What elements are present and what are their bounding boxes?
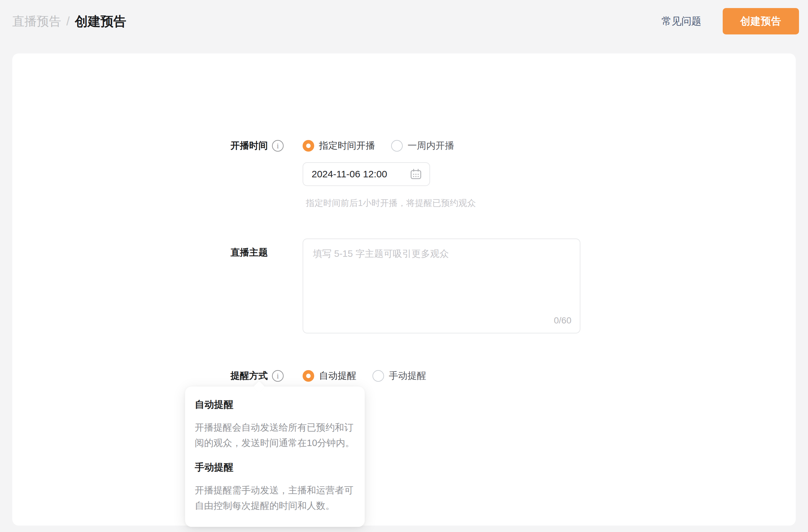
topic-label: 直播主题 <box>231 246 268 259</box>
reminder-radio-group: 自动提醒 手动提醒 <box>302 369 426 382</box>
broadcast-time-row: 开播时间 i 指定时间开播 一周内开播 <box>231 139 454 152</box>
breadcrumb: 直播预告 / 创建预告 <box>12 13 127 30</box>
reminder-row: 提醒方式 i 自动提醒 手动提醒 <box>231 369 426 382</box>
reminder-label: 提醒方式 <box>231 369 268 382</box>
radio-auto-remind-label[interactable]: 自动提醒 <box>319 369 356 382</box>
tooltip-manual-body: 开播提醒需手动发送，主播和运营者可自由控制每次提醒的时间和人数。 <box>195 482 355 513</box>
topic-row: 直播主题 <box>231 238 302 259</box>
broadcast-time-helper: 指定时间前后1小时开播，将提醒已预约观众 <box>306 197 476 209</box>
radio-scheduled-time[interactable]: 指定时间开播 <box>302 139 375 152</box>
broadcast-time-radio-group: 指定时间开播 一周内开播 <box>302 139 454 152</box>
radio-selected-icon[interactable] <box>302 140 314 151</box>
topic-textarea[interactable] <box>303 239 580 333</box>
radio-manual-remind-label[interactable]: 手动提醒 <box>389 369 426 382</box>
breadcrumb-separator: / <box>66 15 70 28</box>
radio-manual-remind[interactable]: 手动提醒 <box>372 369 426 382</box>
tooltip-auto-title: 自动提醒 <box>195 398 355 411</box>
tooltip-auto-body: 开播提醒会自动发送给所有已预约和订阅的观众，发送时间通常在10分钟内。 <box>195 420 355 451</box>
radio-selected-icon[interactable] <box>302 370 314 382</box>
radio-within-week-label[interactable]: 一周内开播 <box>407 139 454 152</box>
topic-textarea-box: 0/60 <box>302 238 581 333</box>
page-header: 直播预告 / 创建预告 常见问题 创建预告 <box>0 0 808 42</box>
char-counter: 0/60 <box>554 315 572 326</box>
broadcast-time-label: 开播时间 <box>231 139 268 152</box>
page-title: 创建预告 <box>75 13 127 30</box>
radio-auto-remind[interactable]: 自动提醒 <box>302 369 356 382</box>
breadcrumb-parent[interactable]: 直播预告 <box>12 13 61 30</box>
broadcast-time-label-wrap: 开播时间 i <box>231 139 302 152</box>
reminder-tooltip: 自动提醒 开播提醒会自动发送给所有已预约和订阅的观众，发送时间通常在10分钟内。… <box>185 387 365 527</box>
create-announcement-button[interactable]: 创建预告 <box>723 8 799 34</box>
faq-link[interactable]: 常见问题 <box>662 15 701 28</box>
calendar-icon[interactable] <box>409 168 422 181</box>
radio-within-week[interactable]: 一周内开播 <box>391 139 454 152</box>
radio-unselected-icon[interactable] <box>372 370 384 382</box>
form-card: 开播时间 i 指定时间开播 一周内开播 指定时间 <box>12 53 796 526</box>
topic-label-wrap: 直播主题 <box>231 238 302 259</box>
radio-scheduled-time-label[interactable]: 指定时间开播 <box>319 139 375 152</box>
datetime-input[interactable] <box>312 169 399 180</box>
info-icon[interactable]: i <box>272 140 283 151</box>
reminder-label-wrap: 提醒方式 i <box>231 369 302 382</box>
datetime-picker-field[interactable] <box>302 162 430 186</box>
radio-unselected-icon[interactable] <box>391 140 403 151</box>
info-icon[interactable]: i <box>272 370 283 382</box>
tooltip-arrow-icon <box>253 381 265 393</box>
tooltip-manual-title: 手动提醒 <box>195 461 355 474</box>
